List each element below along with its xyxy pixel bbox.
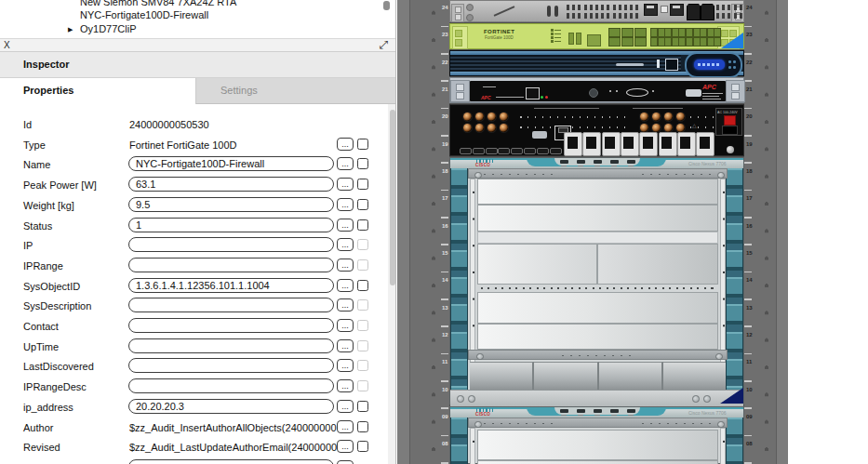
field-checkbox[interactable] xyxy=(357,401,368,412)
ellipsis-button[interactable]: ... xyxy=(337,379,354,392)
form-scrollbar-thumb[interactable] xyxy=(390,110,395,285)
blank-line-card xyxy=(477,292,718,324)
field-input[interactable] xyxy=(128,197,334,212)
ellipsis-button[interactable]: ... xyxy=(337,440,354,453)
blank-line-card xyxy=(477,324,718,350)
ellipsis-button[interactable]: ... xyxy=(337,298,354,312)
ellipsis-button[interactable]: ... xyxy=(337,198,354,211)
rack[interactable]: FORTINET FortiGate 100D xyxy=(397,0,788,464)
field-checkbox[interactable] xyxy=(357,280,368,291)
field-checkbox[interactable] xyxy=(357,219,368,231)
field-input[interactable] xyxy=(128,177,334,192)
field-input[interactable] xyxy=(128,459,334,464)
rj-block xyxy=(687,4,701,20)
unit-number: 08 xyxy=(746,440,753,447)
mount-ear xyxy=(451,4,464,22)
usb-port xyxy=(657,60,660,68)
field-input[interactable] xyxy=(128,156,334,171)
field-input[interactable] xyxy=(128,399,334,414)
hdmi-port xyxy=(524,148,536,154)
field-checkbox[interactable] xyxy=(357,139,368,150)
tab-properties[interactable]: Properties xyxy=(0,78,196,104)
unit-number: 21 xyxy=(746,86,753,93)
field-checkbox[interactable] xyxy=(357,421,368,432)
field-label: SysObjectID xyxy=(23,276,80,297)
keystone-jack xyxy=(696,132,714,156)
field-checkbox[interactable] xyxy=(357,179,368,190)
field-input[interactable] xyxy=(128,298,334,312)
field-label: IPRangeDesc xyxy=(23,377,87,397)
field-input[interactable] xyxy=(128,258,334,272)
close-icon[interactable]: X xyxy=(4,39,10,51)
field-row-Id: Id24000000050530 xyxy=(0,114,396,135)
field-row-Revised: Revised$zz_Audit_LastUpdateAuthorEmail(2… xyxy=(0,437,396,457)
tree-scrollbar-thumb[interactable] xyxy=(383,1,390,10)
ellipsis-button[interactable]: ... xyxy=(337,420,354,433)
ellipsis-button[interactable]: ... xyxy=(337,460,354,464)
device-siemon-panel[interactable] xyxy=(449,0,744,22)
keystone-jack xyxy=(564,132,582,156)
ellipsis-button[interactable]: ... xyxy=(337,279,354,292)
device-tree: New Siemon SMV84 7XA24Z RTANYC-Fortigate… xyxy=(0,0,396,38)
field-checkbox[interactable] xyxy=(357,158,368,169)
field-input[interactable] xyxy=(128,318,334,333)
expand-arrow-icon[interactable]: ▶ xyxy=(68,22,73,36)
rack-post-left xyxy=(397,0,410,464)
nexus-model-label: Cisco Nexus 7706 xyxy=(688,161,727,166)
ellipsis-button[interactable]: ... xyxy=(337,319,354,332)
rack-canvas[interactable]: FORTINET FortiGate 100D xyxy=(396,0,868,464)
field-checkbox[interactable] xyxy=(357,199,368,210)
tree-item[interactable]: ▶Oy1D77CliP xyxy=(0,22,396,36)
device-array-appliance[interactable] xyxy=(449,50,744,76)
ellipsis-button[interactable]: ... xyxy=(337,219,354,232)
supervisor-module xyxy=(477,244,597,285)
warning-icon: △ xyxy=(692,122,697,128)
ellipsis-button[interactable]: ... xyxy=(337,178,354,191)
fan-column xyxy=(726,418,743,464)
power-switch xyxy=(724,115,736,126)
panel-splitter[interactable]: X ⤢ xyxy=(0,38,396,52)
ellipsis-button[interactable]: ... xyxy=(337,259,354,272)
device-apc[interactable]: APC APC xyxy=(449,77,744,103)
field-input[interactable] xyxy=(128,378,334,393)
device-cisco-nexus-7706-1[interactable]: CISCO Cisco Nexus 7706 xyxy=(449,157,744,404)
hdmi-port xyxy=(473,148,485,154)
psu-module xyxy=(534,362,598,390)
lan-port xyxy=(526,87,540,99)
field-row-ip_address: ip_address... xyxy=(0,397,396,418)
unit-number: 24 xyxy=(442,4,448,11)
expand-icon[interactable]: ⤢ xyxy=(379,38,388,51)
field-row-Peak Power [W]: Peak Power [W]... xyxy=(0,175,396,195)
field-row-partial: ... xyxy=(0,457,396,464)
unit-number: 09 xyxy=(746,413,753,420)
field-input[interactable] xyxy=(128,338,334,353)
field-input[interactable] xyxy=(128,218,334,232)
field-row-Name: Name... xyxy=(0,154,396,175)
ellipsis-button[interactable]: ... xyxy=(337,359,354,372)
field-input[interactable] xyxy=(128,278,334,293)
fan-column xyxy=(450,418,468,464)
psu-module xyxy=(599,362,663,390)
device-cisco-nexus-7706-2[interactable]: CISCO Cisco Nexus 7706 xyxy=(449,406,744,464)
blank-line-card xyxy=(477,430,718,460)
keystone-jack xyxy=(677,132,696,156)
ac-inlet: AC 100-240V xyxy=(715,108,742,136)
field-input[interactable] xyxy=(128,237,334,252)
field-checkbox[interactable] xyxy=(357,441,368,452)
ellipsis-button[interactable]: ... xyxy=(337,138,354,151)
rack-rail-right xyxy=(744,0,752,464)
device-av-matrix[interactable]: △ AC 100-240V xyxy=(449,104,744,156)
apc-logo: APC xyxy=(481,95,491,100)
tab-settings[interactable]: Settings xyxy=(196,78,396,104)
usb-port xyxy=(554,6,558,17)
field-label: Name xyxy=(23,154,50,175)
ellipsis-button[interactable]: ... xyxy=(337,157,354,170)
ellipsis-button[interactable]: ... xyxy=(337,400,354,413)
tree-item[interactable]: NYC-Fortigate100D-Firewall xyxy=(0,8,396,22)
ellipsis-button[interactable]: ... xyxy=(337,238,354,251)
field-row-Type: TypeFortinet FortiGate 100D... xyxy=(0,135,396,155)
field-input[interactable] xyxy=(128,358,334,373)
ellipsis-button[interactable]: ... xyxy=(337,339,354,352)
device-fortigate-100d-selected[interactable]: FORTINET FortiGate 100D xyxy=(449,23,744,49)
unit-number: 21 xyxy=(442,86,448,93)
